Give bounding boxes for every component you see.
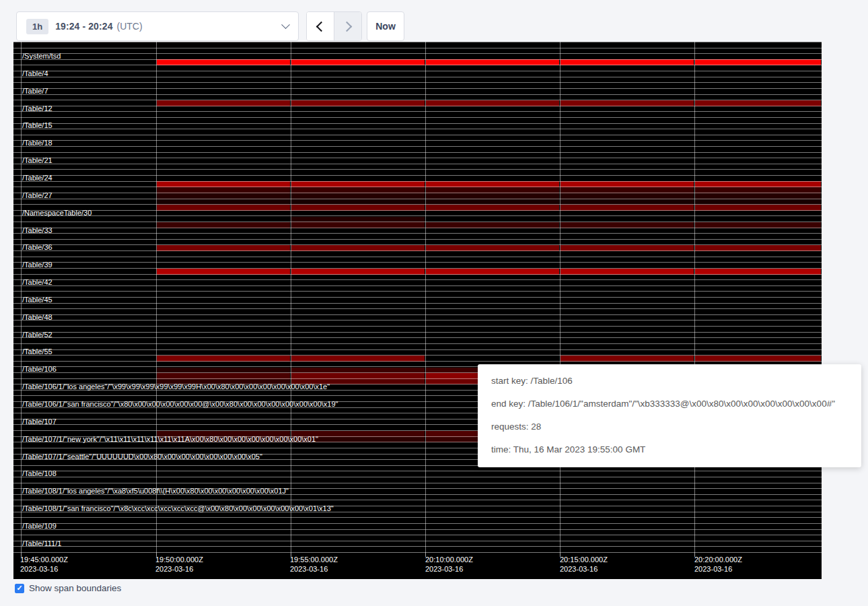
heatmap-gridline-horizontal bbox=[13, 303, 822, 304]
heatmap-gridline-horizontal bbox=[13, 228, 822, 228]
heatmap-gridline-horizontal bbox=[13, 349, 822, 350]
heatmap-gridline-vertical bbox=[156, 42, 157, 552]
heatmap-gridline-horizontal bbox=[13, 59, 822, 60]
time-range-picker[interactable]: 1h 19:24 - 20:24 (UTC) bbox=[16, 11, 299, 41]
heatmap-gridline-horizontal bbox=[13, 199, 822, 199]
heatmap-gridline-horizontal bbox=[13, 222, 822, 222]
heatmap-gridline-horizontal bbox=[13, 53, 822, 54]
heatmap-gridline-horizontal bbox=[13, 152, 822, 153]
heatmap-gridline-horizontal bbox=[13, 135, 822, 135]
heatmap-gridline-horizontal bbox=[13, 77, 822, 77]
heatmap-gridline-horizontal bbox=[13, 239, 822, 240]
heatmap-gridline-horizontal bbox=[13, 262, 822, 263]
heatmap-row-label: /Table/106 bbox=[22, 365, 57, 374]
time-range-timezone: (UTC) bbox=[117, 21, 143, 32]
heatmap-cell bbox=[426, 193, 559, 199]
heatmap-row-label: /Table/108/1/"los angeles"/"\xa8\xf5\u00… bbox=[22, 487, 289, 496]
heatmap-gridline-horizontal bbox=[13, 123, 822, 124]
heatmap-row-label: /System/tsd bbox=[22, 52, 61, 61]
heatmap-row-label: /NamespaceTable/30 bbox=[22, 209, 92, 217]
heatmap-row-label: /Table/108 bbox=[22, 469, 57, 478]
x-axis-label: 19:55:00.000Z 2023-03-16 bbox=[290, 555, 338, 574]
heatmap-cell bbox=[695, 193, 821, 199]
heatmap-row-label: /Table/111/1 bbox=[22, 539, 61, 548]
show-span-boundaries-label: Show span boundaries bbox=[29, 583, 121, 593]
heatmap-gridline-horizontal bbox=[13, 285, 822, 286]
heatmap-row-label: /Table/109 bbox=[22, 522, 57, 531]
heatmap-gridline-horizontal bbox=[13, 82, 822, 83]
heatmap-gridline-horizontal bbox=[13, 477, 822, 477]
heatmap-row-label: /Table/107 bbox=[22, 417, 57, 426]
heatmap-gridline-horizontal bbox=[13, 361, 822, 362]
heatmap-gridline-horizontal bbox=[13, 291, 822, 292]
heatmap-gridline-horizontal bbox=[13, 279, 822, 280]
heatmap-gridline-horizontal bbox=[13, 529, 822, 530]
heatmap-gridline-horizontal bbox=[13, 204, 822, 205]
heatmap-row-label: /Table/52 bbox=[22, 331, 52, 339]
heatmap-gridline-horizontal bbox=[13, 233, 822, 234]
time-range-duration-chip: 1h bbox=[26, 19, 48, 34]
heatmap-gridline-horizontal bbox=[13, 181, 822, 182]
heatmap-gridline-horizontal bbox=[13, 250, 822, 251]
heatmap-row-label: /Table/55 bbox=[22, 347, 52, 356]
heatmap-gridline-horizontal bbox=[13, 552, 822, 553]
heatmap-gridline-horizontal bbox=[13, 164, 822, 164]
heatmap-gridline-horizontal bbox=[13, 483, 822, 483]
heatmap-row-label: /Table/39 bbox=[22, 261, 52, 269]
heatmap-gridline-horizontal bbox=[13, 355, 822, 356]
heatmap-cell bbox=[291, 193, 425, 199]
x-axis-label: 20:10:00.000Z 2023-03-16 bbox=[425, 555, 473, 574]
heatmap-gridline-horizontal bbox=[13, 210, 822, 211]
heatmap-row-label: /Table/12 bbox=[22, 104, 52, 113]
heatmap-gridline-horizontal bbox=[13, 140, 822, 141]
heatmap-gridline-vertical bbox=[694, 42, 695, 552]
heatmap-row-label: /Table/24 bbox=[22, 174, 52, 182]
heatmap-gridline-horizontal bbox=[13, 187, 822, 187]
heatmap-row-label: /Table/36 bbox=[22, 243, 52, 252]
now-button[interactable]: Now bbox=[367, 11, 404, 41]
heatmap-tooltip: start key: /Table/106end key: /Table/106… bbox=[478, 364, 861, 467]
heatmap-row-label: /Table/33 bbox=[22, 226, 52, 235]
heatmap-row-label: /Table/27 bbox=[22, 191, 52, 200]
heatmap-row-label: /Table/108/1/"san francisco"/"\x8c\xcc\x… bbox=[22, 504, 334, 513]
heatmap-gridline-horizontal bbox=[13, 94, 822, 95]
heatmap-gridline-horizontal bbox=[13, 215, 822, 216]
heatmap-gridline-horizontal bbox=[13, 308, 822, 309]
heatmap-gridline-horizontal bbox=[13, 337, 822, 338]
heatmap-gridline-vertical bbox=[425, 42, 426, 552]
heatmap-gridline-horizontal bbox=[13, 332, 822, 333]
chevron-left-icon bbox=[316, 21, 327, 32]
heatmap-gridline-horizontal bbox=[13, 517, 822, 518]
heatmap-row-label: /Table/106/1/"san francisco"/"\x80\x00\x… bbox=[22, 400, 338, 409]
heatmap-gridline-horizontal bbox=[13, 274, 822, 275]
previous-interval-button[interactable] bbox=[307, 12, 334, 40]
heatmap-gridline-horizontal bbox=[13, 169, 822, 170]
heatmap-gridline-horizontal bbox=[13, 42, 822, 42]
heatmap-gridline-horizontal bbox=[13, 257, 822, 257]
heatmap-gridline-horizontal bbox=[13, 546, 822, 547]
heatmap-gridline-horizontal bbox=[13, 88, 822, 89]
heatmap-row-label: /Table/21 bbox=[22, 156, 52, 165]
x-axis-label: 19:50:00.000Z 2023-03-16 bbox=[155, 555, 203, 574]
heatmap-cell bbox=[560, 193, 694, 199]
x-axis-label: 20:15:00.000Z 2023-03-16 bbox=[560, 555, 608, 574]
tooltip-line: time: Thu, 16 Mar 2023 19:55:00 GMT bbox=[491, 438, 848, 461]
key-visualizer-heatmap[interactable]: /System/tsd/Table/4/Table/7/Table/12/Tab… bbox=[13, 42, 822, 579]
heatmap-cell bbox=[157, 193, 290, 199]
heatmap-row-label: /Table/106/1/"los angeles"/"\x99\x99\x99… bbox=[22, 382, 330, 391]
heatmap-gridline-horizontal bbox=[13, 48, 822, 48]
tooltip-line: start key: /Table/106 bbox=[491, 370, 848, 393]
show-span-boundaries-checkbox[interactable] bbox=[15, 584, 24, 593]
heatmap-row-label: /Table/45 bbox=[22, 296, 52, 304]
heatmap-row-label: /Table/18 bbox=[22, 139, 52, 147]
heatmap-row-label: /Table/107/1/"new york"/"\x11\x11\x11\x1… bbox=[22, 435, 318, 444]
heatmap-row-label: /Table/48 bbox=[22, 313, 52, 322]
time-range-text: 19:24 - 20:24 bbox=[55, 21, 112, 32]
heatmap-gridline-vertical bbox=[560, 42, 560, 552]
tooltip-line: requests: 28 bbox=[491, 415, 848, 438]
heatmap-gridline-horizontal bbox=[13, 471, 822, 471]
x-axis-label: 20:20:00.000Z 2023-03-16 bbox=[694, 555, 742, 574]
heatmap-gridline-horizontal bbox=[13, 268, 822, 269]
next-interval-button[interactable] bbox=[334, 12, 361, 40]
heatmap-gridline-vertical bbox=[291, 42, 291, 552]
